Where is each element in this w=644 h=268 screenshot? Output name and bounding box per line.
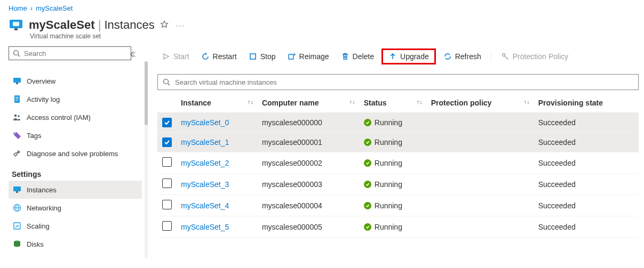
favorite-star-icon[interactable]: [160, 20, 169, 30]
instance-link[interactable]: myScaleSet_0: [181, 118, 229, 127]
svg-rect-9: [15, 99, 19, 99]
col-checkbox: [157, 93, 177, 113]
stop-button[interactable]: Stop: [244, 50, 280, 63]
command-bar: Start Restart Stop Reimage Delete: [157, 46, 639, 67]
col-protection[interactable]: Protection policy↑↓: [427, 93, 534, 113]
play-icon: [162, 52, 170, 61]
status-success-icon: [364, 159, 371, 167]
svg-rect-8: [15, 97, 19, 98]
svg-rect-2: [14, 28, 18, 30]
upgrade-button[interactable]: Upgrade: [384, 50, 433, 63]
collapse-sidebar-icon[interactable]: [129, 51, 136, 60]
reimage-button[interactable]: Reimage: [283, 50, 333, 63]
table-row[interactable]: myScaleSet_0myscalese000000RunningSuccee…: [157, 113, 639, 133]
status-cell: Running: [364, 118, 423, 127]
col-computer[interactable]: Computer name↑↓: [258, 93, 360, 113]
provisioning-cell: Succeeded: [534, 152, 639, 174]
instance-link[interactable]: myScaleSet_2: [181, 159, 229, 167]
table-row[interactable]: myScaleSet_2myscalese000002RunningSuccee…: [157, 152, 639, 174]
sidebar-item-label: Disks: [27, 240, 44, 248]
sort-icon[interactable]: ↑↓: [524, 99, 530, 105]
sidebar-item-access-control[interactable]: Access control (IAM): [9, 108, 142, 126]
row-checkbox[interactable]: [162, 118, 172, 127]
button-label: Start: [173, 52, 189, 61]
provisioning-cell: Succeeded: [534, 174, 639, 195]
button-label: Restart: [213, 52, 237, 61]
protection-cell: [427, 133, 534, 152]
refresh-button[interactable]: Refresh: [439, 50, 486, 63]
wrench-icon: [13, 149, 21, 158]
globe-icon: [13, 204, 21, 212]
status-success-icon: [364, 181, 371, 188]
col-provisioning[interactable]: Provisioning state: [534, 93, 639, 113]
svg-rect-15: [16, 191, 18, 193]
sidebar-search-input[interactable]: [24, 50, 128, 58]
page-title: myScaleSet | Instances: [29, 18, 155, 32]
sort-icon[interactable]: ↑↓: [349, 99, 355, 105]
status-cell: Running: [364, 201, 423, 210]
delete-button[interactable]: Delete: [337, 50, 378, 63]
status-cell: Running: [364, 180, 423, 189]
sidebar-item-label: Scaling: [27, 222, 50, 230]
restart-button[interactable]: Restart: [197, 50, 241, 63]
status-success-icon: [364, 119, 371, 126]
more-icon[interactable]: ···: [176, 21, 185, 29]
sidebar-item-label: Diagnose and solve problems: [27, 150, 118, 158]
search-icon: [12, 49, 21, 58]
computer-name: myscalese000004: [258, 195, 360, 216]
instances-table: Instance↑↓ Computer name↑↓ Status↑↓ Prot…: [157, 93, 639, 238]
svg-point-12: [18, 115, 20, 117]
breadcrumb: Home › myScaleSet: [9, 4, 635, 12]
svg-point-3: [14, 51, 19, 55]
upgrade-highlight: Upgrade: [381, 48, 436, 64]
tag-icon: [13, 131, 21, 140]
col-instance[interactable]: Instance↑↓: [177, 93, 258, 113]
table-row[interactable]: myScaleSet_5myscalese000005RunningSuccee…: [157, 216, 639, 238]
sidebar-item-instances[interactable]: Instances: [9, 181, 142, 199]
computer-name: myscalese000001: [258, 133, 360, 152]
start-button[interactable]: Start: [157, 50, 194, 63]
scrollbar-thumb[interactable]: [145, 61, 148, 125]
sidebar-item-tags[interactable]: Tags: [9, 126, 142, 144]
chevron-right-icon: ›: [30, 4, 33, 12]
monitor-icon: [13, 77, 21, 85]
sort-icon[interactable]: ↑↓: [417, 99, 423, 105]
search-icon: [162, 78, 171, 86]
row-checkbox[interactable]: [162, 200, 172, 209]
instance-link[interactable]: myScaleSet_3: [181, 180, 229, 189]
log-icon: [13, 95, 21, 103]
table-row[interactable]: myScaleSet_3myscalese000003RunningSuccee…: [157, 174, 639, 195]
protection-policy-button[interactable]: Protection Policy: [497, 50, 573, 63]
sidebar-item-scaling[interactable]: Scaling: [9, 217, 142, 235]
instance-link[interactable]: myScaleSet_1: [181, 138, 229, 147]
svg-rect-22: [250, 54, 256, 59]
instance-link[interactable]: myScaleSet_5: [181, 223, 229, 231]
table-row[interactable]: myScaleSet_1myscalese000001RunningSuccee…: [157, 133, 639, 152]
instance-search-input[interactable]: [175, 78, 634, 86]
trash-icon: [341, 52, 349, 61]
row-checkbox[interactable]: [162, 221, 172, 231]
instance-search[interactable]: [157, 74, 639, 90]
sidebar-item-overview[interactable]: Overview: [9, 72, 142, 90]
instance-link[interactable]: myScaleSet_4: [181, 201, 229, 210]
svg-point-13: [14, 133, 15, 134]
breadcrumb-home[interactable]: Home: [9, 4, 27, 12]
sidebar-search[interactable]: [9, 46, 131, 60]
sidebar-scrollbar[interactable]: [145, 61, 148, 258]
disk-icon: [13, 240, 21, 248]
people-icon: [13, 113, 21, 121]
sidebar-item-networking[interactable]: Networking: [9, 199, 142, 217]
status-cell: Running: [364, 138, 423, 147]
svg-rect-23: [289, 54, 293, 59]
breadcrumb-resource[interactable]: myScaleSet: [36, 4, 73, 12]
sidebar-item-activity-log[interactable]: Activity log: [9, 90, 142, 108]
sidebar-item-disks[interactable]: Disks: [9, 235, 142, 253]
row-checkbox[interactable]: [162, 157, 172, 167]
row-checkbox[interactable]: [162, 137, 172, 147]
col-status[interactable]: Status↑↓: [360, 93, 427, 113]
table-row[interactable]: myScaleSet_4myscalese000004RunningSuccee…: [157, 195, 639, 216]
row-checkbox[interactable]: [162, 178, 172, 188]
sidebar-item-diagnose[interactable]: Diagnose and solve problems: [9, 144, 142, 163]
svg-point-24: [502, 54, 505, 56]
sort-icon[interactable]: ↑↓: [248, 99, 253, 105]
